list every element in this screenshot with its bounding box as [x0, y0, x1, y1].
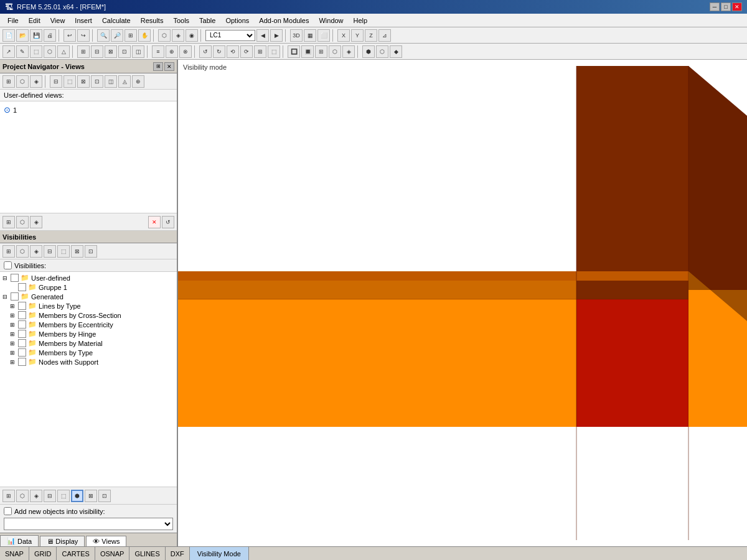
- view-action-2[interactable]: ⬡: [16, 216, 29, 228]
- tb2-19[interactable]: ⬚: [268, 45, 280, 58]
- tb2-2[interactable]: ✎: [16, 45, 29, 58]
- tb2-22[interactable]: ⊞: [315, 45, 327, 58]
- tb2-18[interactable]: ⊞: [254, 45, 266, 58]
- tb2-15[interactable]: ↻: [213, 45, 225, 58]
- tb-iso[interactable]: ⊿: [378, 29, 391, 42]
- add-new-combo[interactable]: [4, 518, 173, 530]
- tab-views[interactable]: 👁 Views: [86, 536, 126, 546]
- load-case-combo[interactable]: LC1: [205, 30, 255, 41]
- view-delete-btn[interactable]: ✕: [148, 216, 161, 228]
- nav-tb-1[interactable]: ⊞: [2, 75, 15, 88]
- tb2-4[interactable]: ⬡: [44, 45, 56, 58]
- vis-bottom-4[interactable]: ⊟: [44, 490, 56, 502]
- pan-btn[interactable]: ✋: [138, 29, 151, 42]
- tb2-12[interactable]: ⊕: [166, 45, 178, 58]
- check-members-type[interactable]: [18, 348, 26, 357]
- vis-bottom-8[interactable]: ⊡: [98, 490, 111, 502]
- tab-display[interactable]: 🖥 Display: [40, 536, 85, 546]
- expand-icon-members-mat[interactable]: ⊞: [10, 340, 16, 347]
- tb2-17[interactable]: ⟳: [240, 45, 253, 58]
- expand-icon-lines-type[interactable]: ⊞: [10, 303, 16, 309]
- check-generated[interactable]: [11, 292, 19, 301]
- tb2-11[interactable]: ≡: [152, 45, 164, 58]
- zoom-out-btn[interactable]: 🔎: [111, 29, 123, 42]
- vis-bottom-7[interactable]: ⊠: [85, 490, 97, 502]
- vis-tb-5[interactable]: ⬚: [57, 245, 70, 258]
- tb-x[interactable]: X: [337, 29, 350, 42]
- nav-detach-btn[interactable]: ⊞: [153, 62, 163, 71]
- tb-btn-a[interactable]: ⬡: [158, 29, 171, 42]
- vis-tb-7[interactable]: ⊡: [85, 245, 97, 258]
- nav-tb-2[interactable]: ⬡: [16, 75, 29, 88]
- open-btn[interactable]: 📂: [16, 29, 29, 42]
- menu-insert[interactable]: Insert: [70, 16, 97, 26]
- menu-table[interactable]: Table: [194, 16, 220, 26]
- nav-tb-7[interactable]: ⊡: [91, 75, 103, 88]
- tb2-3[interactable]: ⬚: [30, 45, 42, 58]
- tb2-20[interactable]: 🔲: [288, 45, 300, 58]
- tb2-8[interactable]: ⊠: [105, 45, 117, 58]
- tree-item-generated[interactable]: ⊟ 📁 Generated: [1, 292, 176, 301]
- tb-btn-c[interactable]: ◉: [186, 29, 198, 42]
- check-members-mat[interactable]: [18, 339, 26, 347]
- view-action-1[interactable]: ⊞: [2, 216, 15, 228]
- menu-view[interactable]: View: [45, 16, 70, 26]
- tb-nav-back[interactable]: ◀: [256, 29, 269, 42]
- vis-tb-4[interactable]: ⊟: [44, 245, 56, 258]
- new-btn[interactable]: 📄: [2, 29, 15, 42]
- undo-btn[interactable]: ↩: [63, 29, 76, 42]
- check-members-ecc[interactable]: [18, 320, 26, 329]
- tb2-16[interactable]: ⟲: [227, 45, 239, 58]
- menu-help[interactable]: Help: [349, 16, 373, 26]
- close-button[interactable]: ✕: [732, 2, 742, 11]
- redo-btn[interactable]: ↪: [77, 29, 90, 42]
- maximize-button[interactable]: □: [721, 2, 731, 11]
- nav-tb-9[interactable]: ◬: [118, 75, 131, 88]
- tb2-14[interactable]: ↺: [199, 45, 212, 58]
- menu-calculate[interactable]: Calculate: [97, 16, 136, 26]
- nav-tb-4[interactable]: ⊟: [50, 75, 62, 88]
- expand-icon-members-hinge[interactable]: ⊞: [10, 331, 16, 337]
- check-gruppe1[interactable]: [18, 283, 26, 291]
- menu-options[interactable]: Options: [220, 16, 254, 26]
- tb2-5[interactable]: △: [57, 45, 70, 58]
- check-lines-type[interactable]: [18, 302, 26, 310]
- expand-icon-members-type[interactable]: ⊞: [10, 350, 16, 356]
- tb-nav-fwd[interactable]: ▶: [270, 29, 283, 42]
- tb-z[interactable]: Z: [365, 29, 377, 42]
- status-cartes[interactable]: CARTES: [57, 547, 95, 561]
- minimize-button[interactable]: ─: [710, 2, 720, 11]
- menu-addon[interactable]: Add-on Modules: [254, 16, 314, 26]
- nav-tb-3[interactable]: ◈: [30, 75, 42, 88]
- vis-bottom-3[interactable]: ◈: [30, 490, 42, 502]
- tree-item-members-ecc[interactable]: ⊞ 📁 Members by Eccentricity: [1, 320, 176, 329]
- tree-item-lines-type[interactable]: ⊞ 📁 Lines by Type: [1, 301, 176, 310]
- add-new-checkbox[interactable]: [4, 507, 12, 515]
- check-userdefined[interactable]: [11, 274, 19, 282]
- nav-tb-8[interactable]: ◫: [105, 75, 117, 88]
- menu-tools[interactable]: Tools: [168, 16, 194, 26]
- vis-tree[interactable]: ⊟ 📁 User-defined 📁 Gruppe 1 ⊟ 📁 Generate…: [0, 272, 177, 487]
- tb2-27[interactable]: ◆: [390, 45, 402, 58]
- tb-btn-b[interactable]: ◈: [172, 29, 184, 42]
- vis-bottom-2[interactable]: ⬡: [16, 490, 29, 502]
- print-btn[interactable]: 🖨: [44, 29, 56, 42]
- vis-tb-2[interactable]: ⬡: [16, 245, 29, 258]
- tb2-7[interactable]: ⊟: [91, 45, 103, 58]
- tb2-24[interactable]: ◈: [342, 45, 355, 58]
- title-bar-controls[interactable]: ─ □ ✕: [710, 2, 742, 11]
- nav-close-btn[interactable]: ✕: [164, 62, 174, 71]
- expand-icon-members-cross[interactable]: ⊞: [10, 312, 16, 319]
- status-snap[interactable]: SNAP: [0, 547, 29, 561]
- tb2-13[interactable]: ⊗: [179, 45, 192, 58]
- menu-results[interactable]: Results: [136, 16, 169, 26]
- tree-item-gruppe1[interactable]: 📁 Gruppe 1: [1, 282, 176, 292]
- tb2-6[interactable]: ⊞: [77, 45, 90, 58]
- view-restore-btn[interactable]: ↺: [162, 216, 174, 228]
- vis-tb-3[interactable]: ◈: [30, 245, 42, 258]
- vis-master-checkbox[interactable]: [4, 261, 12, 269]
- tb2-1[interactable]: ↗: [2, 45, 15, 58]
- expand-icon-generated[interactable]: ⊟: [2, 294, 9, 300]
- tb-3d[interactable]: 3D: [290, 29, 303, 42]
- view-item-1[interactable]: ⊙ 1: [2, 104, 174, 116]
